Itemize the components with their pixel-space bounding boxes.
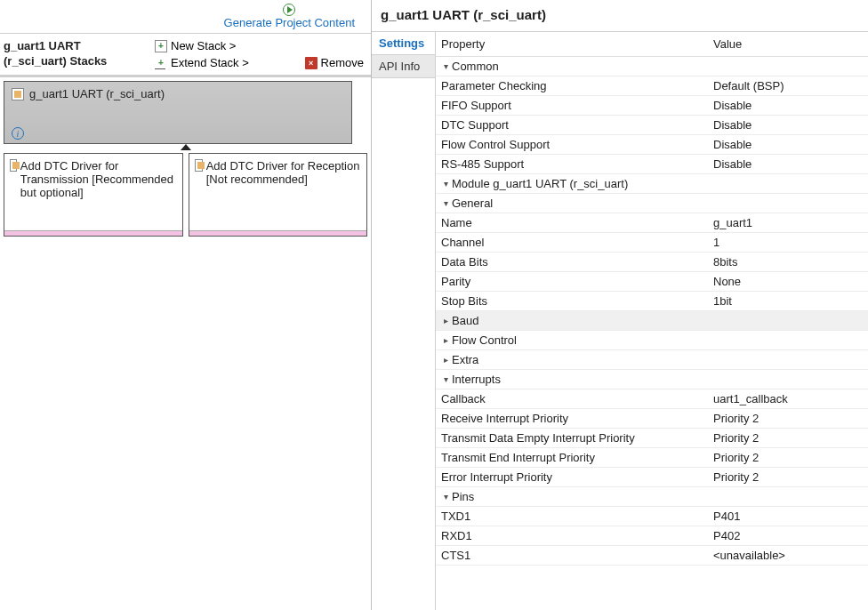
prop-row[interactable]: CTS1<unavailable> bbox=[436, 546, 868, 566]
prop-row[interactable]: DTC SupportDisable bbox=[436, 116, 868, 135]
tab-api-info[interactable]: API Info bbox=[372, 55, 435, 78]
chevron-right-icon: ▸ bbox=[441, 355, 450, 365]
prop-row[interactable]: Nameg_uart1 bbox=[436, 213, 868, 233]
generate-toolbar: Generate Project Content bbox=[0, 0, 371, 34]
column-headers: Property Value bbox=[436, 32, 868, 57]
prop-row[interactable]: Callbackuart1_callback bbox=[436, 389, 868, 409]
chevron-right-icon: ▸ bbox=[441, 335, 450, 345]
group-general[interactable]: ▾General bbox=[436, 194, 868, 213]
group-pins[interactable]: ▾Pins bbox=[436, 487, 868, 507]
prop-row[interactable]: Stop Bits1bit bbox=[436, 292, 868, 311]
prop-row[interactable]: Flow Control SupportDisable bbox=[436, 135, 868, 155]
stacks-canvas[interactable]: g_uart1 UART (r_sci_uart) i Add DTC Driv… bbox=[0, 76, 371, 610]
chevron-right-icon: ▸ bbox=[441, 316, 450, 325]
detail-tabs: Settings API Info bbox=[372, 32, 436, 610]
group-module[interactable]: ▾Module g_uart1 UART (r_sci_uart) bbox=[436, 174, 868, 194]
chevron-down-icon: ▾ bbox=[441, 492, 450, 502]
dtc-rx-label: Add DTC Driver for Reception [Not recomm… bbox=[206, 159, 361, 186]
chevron-down-icon: ▾ bbox=[441, 179, 450, 189]
stacks-panel: Generate Project Content g_uart1 UART (r… bbox=[0, 0, 372, 610]
play-icon bbox=[283, 4, 295, 16]
remove-icon: × bbox=[305, 57, 317, 69]
prop-row[interactable]: RS-485 SupportDisable bbox=[436, 155, 868, 174]
component-icon bbox=[10, 159, 17, 172]
new-stack-icon: + bbox=[155, 40, 167, 52]
connector bbox=[4, 144, 367, 153]
chevron-down-icon: ▾ bbox=[441, 198, 450, 208]
stacks-header: g_uart1 UART (r_sci_uart) Stacks + New S… bbox=[0, 34, 371, 76]
prop-row[interactable]: ParityNone bbox=[436, 272, 868, 292]
group-flow-control[interactable]: ▸Flow Control bbox=[436, 331, 868, 350]
prop-row[interactable]: FIFO SupportDisable bbox=[436, 96, 868, 116]
stacks-title: g_uart1 UART (r_sci_uart) Stacks bbox=[4, 39, 155, 69]
chevron-down-icon: ▾ bbox=[441, 61, 450, 71]
properties-panel: g_uart1 UART (r_sci_uart) Settings API I… bbox=[372, 0, 868, 610]
prop-row[interactable]: TXD1P401 bbox=[436, 507, 868, 526]
extend-stack-button[interactable]: Extend Stack > bbox=[171, 56, 249, 69]
prop-row[interactable]: RXD1P402 bbox=[436, 526, 868, 546]
generate-project-content-button[interactable]: Generate Project Content bbox=[224, 4, 355, 29]
group-baud[interactable]: ▸Baud bbox=[436, 311, 868, 331]
info-icon[interactable]: i bbox=[12, 127, 24, 140]
module-node-uart[interactable]: g_uart1 UART (r_sci_uart) i bbox=[4, 81, 352, 144]
tab-settings[interactable]: Settings bbox=[372, 32, 435, 55]
prop-row[interactable]: Transmit End Interrupt PriorityPriority … bbox=[436, 448, 868, 468]
page-title: g_uart1 UART (r_sci_uart) bbox=[372, 0, 868, 32]
group-common[interactable]: ▾Common bbox=[436, 57, 868, 76]
prop-row[interactable]: Receive Interrupt PriorityPriority 2 bbox=[436, 409, 868, 429]
group-extra[interactable]: ▸Extra bbox=[436, 350, 868, 370]
dtc-tx-label: Add DTC Driver for Transmission [Recomme… bbox=[20, 159, 177, 199]
component-icon bbox=[195, 159, 203, 172]
module-node-label: g_uart1 UART (r_sci_uart) bbox=[29, 87, 165, 100]
extend-stack-icon: + bbox=[155, 57, 167, 69]
prop-row[interactable]: Transmit Data Empty Interrupt PriorityPr… bbox=[436, 429, 868, 448]
dtc-tx-slot[interactable]: Add DTC Driver for Transmission [Recomme… bbox=[4, 153, 183, 237]
chevron-down-icon: ▾ bbox=[441, 374, 450, 384]
group-interrupts[interactable]: ▾Interrupts bbox=[436, 370, 868, 389]
generate-label: Generate Project Content bbox=[224, 16, 355, 29]
dtc-rx-slot[interactable]: Add DTC Driver for Reception [Not recomm… bbox=[189, 153, 368, 237]
prop-row[interactable]: Data Bits8bits bbox=[436, 253, 868, 272]
property-grid[interactable]: Property Value ▾Common Parameter Checkin… bbox=[436, 32, 868, 610]
prop-row[interactable]: Channel1 bbox=[436, 233, 868, 253]
stacks-actions: + New Stack > + Extend Stack > × Remove bbox=[155, 39, 364, 69]
col-value: Value bbox=[708, 32, 868, 57]
prop-row[interactable]: Parameter CheckingDefault (BSP) bbox=[436, 76, 868, 96]
col-property: Property bbox=[436, 32, 708, 57]
remove-button[interactable]: Remove bbox=[321, 56, 364, 69]
component-icon bbox=[12, 88, 24, 100]
prop-row[interactable]: Error Interrupt PriorityPriority 2 bbox=[436, 468, 868, 487]
new-stack-button[interactable]: New Stack > bbox=[171, 39, 236, 52]
